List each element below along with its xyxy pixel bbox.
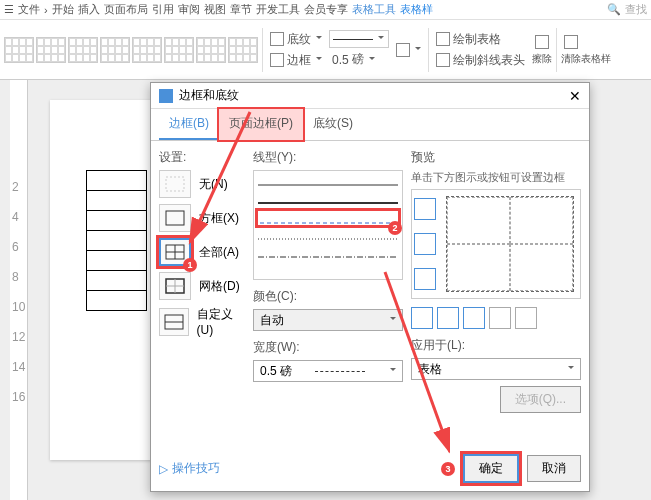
bucket-icon [270, 32, 284, 46]
color-select[interactable]: 自动 [253, 309, 403, 331]
preview-btn-bot[interactable] [414, 268, 436, 290]
chevron-icon: › [44, 4, 48, 16]
table-style-gallery[interactable] [4, 37, 258, 63]
search-text[interactable]: 查找 [625, 2, 647, 17]
apply-select[interactable]: 表格 [411, 358, 581, 380]
setting-label: 设置: [159, 149, 245, 166]
draw-diagonal-button[interactable]: 绘制斜线表头 [433, 51, 528, 70]
preview-btn-right[interactable] [463, 307, 485, 329]
clear-label: 清除表格样 [561, 52, 611, 66]
eraser-label: 擦除 [532, 52, 552, 66]
tab-border[interactable]: 边框(B) [159, 109, 219, 140]
eraser-button[interactable] [532, 34, 552, 50]
clear-button[interactable] [561, 34, 611, 50]
border-shading-dialog: 边框和底纹 ✕ 边框(B) 页面边框(P) 底纹(S) 设置: 无(N) 方框(… [150, 82, 590, 492]
preview-hint: 单击下方图示或按钮可设置边框 [411, 170, 581, 185]
opt-grid[interactable]: 网格(D) [159, 272, 245, 300]
border-button[interactable]: 边框 [267, 51, 325, 70]
tab-table-style[interactable]: 表格样 [400, 2, 433, 17]
play-icon: ▷ [159, 462, 168, 476]
tips-link[interactable]: 操作技巧 [172, 460, 220, 477]
close-icon[interactable]: ✕ [569, 88, 581, 104]
vertical-ruler: 246 81012 1416 [10, 80, 28, 500]
dialog-titlebar: 边框和底纹 ✕ [151, 83, 589, 109]
tab-page-border[interactable]: 页面边框(P) [219, 109, 303, 140]
preview-grid[interactable] [446, 196, 574, 292]
preview-btn-vmid[interactable] [437, 307, 459, 329]
tab-dev[interactable]: 开发工具 [256, 2, 300, 17]
dialog-title: 边框和底纹 [179, 87, 239, 104]
tab-review[interactable]: 审阅 [178, 2, 200, 17]
clear-icon [564, 35, 578, 49]
preview-btn-left[interactable] [411, 307, 433, 329]
color-label: 颜色(C): [253, 288, 403, 305]
line-dashed-selected[interactable]: 2 [258, 211, 398, 225]
tab-section[interactable]: 章节 [230, 2, 252, 17]
eraser-icon [535, 35, 549, 49]
preview-btn-diag2[interactable] [515, 307, 537, 329]
tab-table-tools[interactable]: 表格工具 [352, 2, 396, 17]
width-select[interactable]: 0.5 磅 [253, 360, 403, 382]
preview-box [411, 189, 581, 299]
line-color-select[interactable] [393, 42, 424, 58]
preview-btn-diag1[interactable] [489, 307, 511, 329]
opt-none[interactable]: 无(N) [159, 170, 245, 198]
apply-label: 应用于(L): [411, 337, 581, 354]
tab-shading[interactable]: 底纹(S) [303, 109, 363, 140]
opt-box[interactable]: 方框(X) [159, 204, 245, 232]
border-icon [270, 53, 284, 67]
opt-custom[interactable]: 自定义(U) [159, 306, 245, 337]
document-table[interactable] [86, 170, 147, 311]
ok-button[interactable]: 确定 [463, 454, 519, 483]
menu-icon[interactable]: ☰ [4, 3, 14, 16]
tab-start[interactable]: 开始 [52, 2, 74, 17]
width-label: 宽度(W): [253, 339, 403, 356]
menu-bar: ☰ 文件 › 开始 插入 页面布局 引用 审阅 视图 章节 开发工具 会员专享 … [0, 0, 651, 20]
search-icon[interactable]: 🔍 [607, 3, 621, 16]
tab-view[interactable]: 视图 [204, 2, 226, 17]
diagonal-icon [436, 53, 450, 67]
tab-insert[interactable]: 插入 [78, 2, 100, 17]
line-style-select[interactable] [329, 30, 389, 48]
draw-table-button[interactable]: 绘制表格 [433, 30, 528, 49]
line-style-list[interactable]: 2 [253, 170, 403, 280]
tab-ref[interactable]: 引用 [152, 2, 174, 17]
ribbon: 底纹 边框 0.5 磅 绘制表格 绘制斜线表头 擦除 清除表格样 [0, 20, 651, 80]
tab-vip[interactable]: 会员专享 [304, 2, 348, 17]
table-icon [436, 32, 450, 46]
cancel-button[interactable]: 取消 [527, 455, 581, 482]
badge-1: 1 [183, 258, 197, 272]
dialog-tabs: 边框(B) 页面边框(P) 底纹(S) [151, 109, 589, 141]
opt-all[interactable]: 1全部(A) [159, 238, 245, 266]
badge-3: 3 [441, 462, 455, 476]
svg-rect-0 [166, 177, 184, 191]
preview-btn-top[interactable] [414, 198, 436, 220]
preview-label: 预览 [411, 149, 581, 166]
file-menu[interactable]: 文件 [18, 2, 40, 17]
preview-btn-mid[interactable] [414, 233, 436, 255]
shading-button[interactable]: 底纹 [267, 30, 325, 49]
options-button: 选项(Q)... [500, 386, 581, 413]
line-width-select[interactable]: 0.5 磅 [329, 50, 389, 69]
linetype-label: 线型(Y): [253, 149, 403, 166]
svg-rect-1 [166, 211, 184, 225]
app-icon [159, 89, 173, 103]
tab-layout[interactable]: 页面布局 [104, 2, 148, 17]
pen-icon [396, 43, 410, 57]
